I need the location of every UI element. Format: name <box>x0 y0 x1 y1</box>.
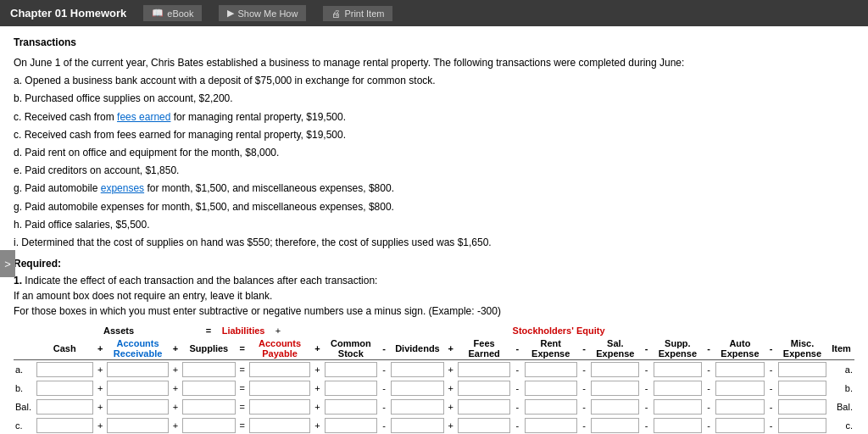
show-me-how-button[interactable]: ▶ Show Me How <box>219 5 306 21</box>
ebook-button[interactable]: 📖 eBook <box>143 5 202 21</box>
header-misc: Misc.Expense <box>776 337 828 359</box>
input-bal1-fees[interactable] <box>458 399 510 415</box>
input-bal1-ap[interactable] <box>249 399 311 415</box>
input-b-rent[interactable] <box>525 381 577 396</box>
input-c-ap[interactable] <box>249 418 311 433</box>
input-bal1-sal[interactable] <box>591 399 639 415</box>
row-label-b: b. <box>14 379 35 398</box>
input-bal1-misc[interactable] <box>778 399 826 415</box>
input-b-ap[interactable] <box>249 381 311 396</box>
input-c-ar[interactable] <box>107 418 169 433</box>
header-sal: Sal.Expense <box>589 337 641 359</box>
input-c-supplies[interactable] <box>182 418 235 433</box>
input-b-cash[interactable] <box>36 381 94 396</box>
input-b-misc[interactable] <box>778 381 826 396</box>
input-b-supp[interactable] <box>654 381 702 396</box>
row-label-c: c. <box>14 416 35 434</box>
plus-label: + <box>273 326 283 336</box>
input-c-supp[interactable] <box>654 418 702 433</box>
input-bal1-dividends[interactable] <box>391 399 443 415</box>
input-a-ap[interactable] <box>249 362 311 377</box>
input-bal1-stock[interactable] <box>325 399 377 415</box>
input-b-sal[interactable] <box>591 381 639 396</box>
input-b-ar[interactable] <box>107 381 169 396</box>
input-c-fees[interactable] <box>458 418 510 433</box>
nav-arrow[interactable]: > <box>0 250 15 277</box>
input-c-misc[interactable] <box>778 418 826 433</box>
input-a-supplies[interactable] <box>182 362 235 377</box>
row-label-a: a. <box>14 360 35 380</box>
section-title: Transactions <box>14 36 854 48</box>
main-content: > Transactions On June 1 of the current … <box>0 26 868 434</box>
header-rent: RentExpense <box>523 337 579 359</box>
liabilities-label: Liabilities <box>214 326 273 336</box>
header-supp: Supp.Expense <box>652 337 704 359</box>
input-a-sal[interactable] <box>591 362 639 377</box>
header-ap: AccountsPayable <box>248 337 313 359</box>
page-header: Chapter 01 Homework 📖 eBook ▶ Show Me Ho… <box>0 0 868 26</box>
required-label: Required: <box>14 258 854 270</box>
input-a-supp[interactable] <box>654 362 702 377</box>
input-b-dividends[interactable] <box>391 381 443 396</box>
equity-label: Stockholders' Equity <box>283 326 834 336</box>
input-c-sal[interactable] <box>591 418 639 433</box>
assets-label: Assets <box>103 326 134 336</box>
input-bal1-cash[interactable] <box>36 399 94 415</box>
table-row: b. + + = + - + - - <box>14 379 854 398</box>
print-item-button[interactable]: 🖨 Print Item <box>323 6 392 21</box>
table-row: a. + + = + - + - - <box>14 360 854 380</box>
input-a-auto[interactable] <box>715 362 764 377</box>
input-bal1-auto[interactable] <box>715 399 764 415</box>
question-block: 1. Indicate the effect of each transacti… <box>14 273 854 319</box>
header-ar: AccountsReceivable <box>105 337 170 359</box>
input-bal1-supp[interactable] <box>654 399 702 415</box>
header-dividends: Dividends <box>389 337 445 359</box>
table-row: c. + + = + - + - - <box>14 416 854 434</box>
input-a-fees[interactable] <box>458 362 510 377</box>
input-c-rent[interactable] <box>525 418 577 433</box>
equals-label: = <box>203 326 214 336</box>
row-label-bal1: Bal. <box>14 398 35 416</box>
header-fees: FeesEarned <box>456 337 512 359</box>
input-a-misc[interactable] <box>778 362 826 377</box>
header-supplies: Supplies <box>181 337 236 359</box>
intro-text: On June 1 of the current year, Chris Bat… <box>14 55 854 251</box>
table-section: Assets = Liabilities + Stockholders' Equ… <box>14 326 854 434</box>
chapter-title: Chapter 01 Homework <box>10 7 126 19</box>
header-item-right: Item <box>828 337 854 359</box>
header-stock: CommonStock <box>323 337 379 359</box>
input-c-cash[interactable] <box>36 418 94 433</box>
input-c-stock[interactable] <box>325 418 377 433</box>
input-a-rent[interactable] <box>525 362 577 377</box>
input-c-auto[interactable] <box>715 418 764 433</box>
input-a-ar[interactable] <box>107 362 169 377</box>
input-a-dividends[interactable] <box>391 362 443 377</box>
table-row: Bal. + + = + - + - - <box>14 398 854 416</box>
input-bal1-supplies[interactable] <box>182 399 235 415</box>
header-auto: AutoExpense <box>714 337 765 359</box>
input-b-stock[interactable] <box>325 381 377 396</box>
input-b-auto[interactable] <box>715 381 764 396</box>
transaction-table: Cash + AccountsReceivable + Supplies = A… <box>14 337 854 434</box>
input-c-dividends[interactable] <box>391 418 443 433</box>
input-b-supplies[interactable] <box>182 381 235 396</box>
input-b-fees[interactable] <box>458 381 510 396</box>
input-a-stock[interactable] <box>325 362 377 377</box>
input-bal1-rent[interactable] <box>525 399 577 415</box>
input-a-cash[interactable] <box>36 362 94 377</box>
header-cash: Cash <box>35 337 96 359</box>
input-bal1-ar[interactable] <box>107 399 169 415</box>
